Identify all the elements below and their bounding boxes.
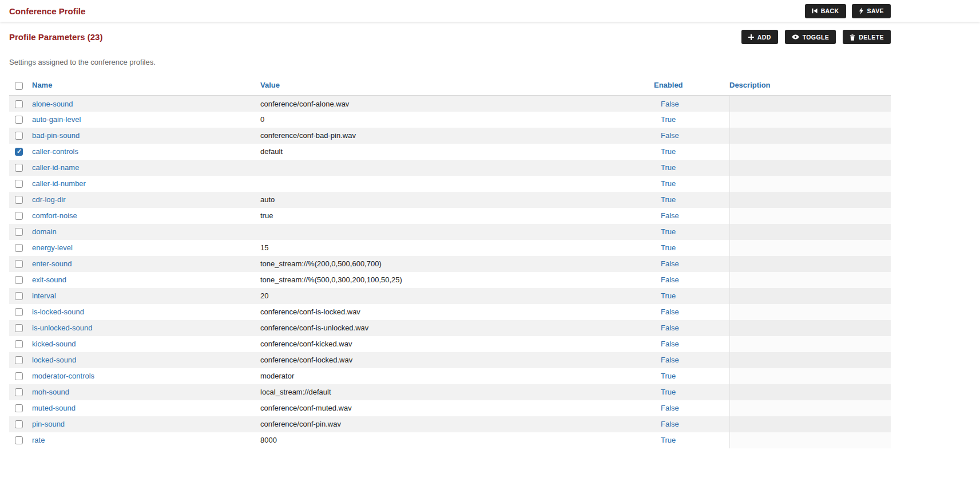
row-checkbox[interactable] (15, 212, 23, 220)
param-name-link[interactable]: energy-level (32, 243, 73, 252)
param-value: tone_stream://%(200,0,500,600,700) (260, 256, 654, 272)
param-name-link[interactable]: bad-pin-sound (32, 131, 80, 140)
param-name-link[interactable]: auto-gain-level (32, 115, 81, 124)
param-value: conference/conf-is-unlocked.wav (260, 320, 654, 336)
param-enabled-link[interactable]: False (661, 356, 679, 364)
row-checkbox[interactable] (15, 228, 23, 236)
param-description (729, 352, 891, 368)
column-header-description[interactable]: Description (729, 77, 891, 96)
add-button[interactable]: ADD (741, 30, 778, 44)
param-enabled-link[interactable]: True (661, 291, 676, 300)
param-value: moderator (260, 368, 654, 384)
row-checkbox[interactable] (15, 436, 23, 444)
param-name-link[interactable]: interval (32, 291, 56, 300)
param-name-link[interactable]: caller-controls (32, 147, 78, 156)
param-name-link[interactable]: kicked-sound (32, 340, 76, 348)
delete-button-label: DELETE (859, 34, 884, 41)
row-checkbox[interactable] (15, 164, 23, 172)
param-name-link[interactable]: muted-sound (32, 404, 76, 412)
row-checkbox[interactable] (15, 260, 23, 268)
row-checkbox[interactable] (15, 132, 23, 140)
column-header-name[interactable]: Name (32, 77, 260, 96)
param-enabled-link[interactable]: False (661, 275, 679, 284)
param-description (729, 384, 891, 400)
param-name-link[interactable]: caller-id-number (32, 179, 86, 188)
param-description (729, 224, 891, 240)
param-enabled-link[interactable]: True (661, 195, 676, 204)
row-checkbox[interactable] (15, 196, 23, 204)
back-button[interactable]: BACK (805, 4, 846, 18)
param-name-link[interactable]: rate (32, 436, 45, 444)
param-enabled-link[interactable]: True (661, 227, 676, 236)
row-checkbox[interactable] (15, 116, 23, 124)
param-description (729, 112, 891, 128)
row-checkbox[interactable] (15, 420, 23, 428)
table-row: caller-id-number True (9, 176, 891, 192)
param-enabled-link[interactable]: False (661, 211, 679, 220)
param-name-link[interactable]: comfort-noise (32, 211, 77, 220)
param-enabled-link[interactable]: False (661, 340, 679, 348)
row-checkbox[interactable] (15, 180, 23, 188)
param-enabled-link[interactable]: True (661, 115, 676, 124)
param-value: 15 (260, 240, 654, 256)
param-name-link[interactable]: locked-sound (32, 356, 76, 364)
param-enabled-link[interactable]: True (661, 372, 676, 380)
table-row: interval 20 True (9, 288, 891, 304)
row-checkbox[interactable] (15, 388, 23, 396)
table-row: moh-sound local_stream://default True (9, 384, 891, 400)
column-header-enabled[interactable]: Enabled (654, 77, 729, 96)
row-checkbox[interactable] (15, 356, 23, 364)
table-row: enter-sound tone_stream://%(200,0,500,60… (9, 256, 891, 272)
param-name-link[interactable]: cdr-log-dir (32, 195, 66, 204)
trash-icon (850, 34, 855, 41)
param-description (729, 96, 891, 112)
param-description (729, 192, 891, 208)
table-row: muted-sound conference/conf-muted.wav Fa… (9, 400, 891, 416)
param-name-link[interactable]: enter-sound (32, 259, 72, 268)
param-name-link[interactable]: is-unlocked-sound (32, 324, 93, 332)
param-enabled-link[interactable]: False (661, 259, 679, 268)
param-value: conference/conf-pin.wav (260, 416, 654, 432)
param-name-link[interactable]: alone-sound (32, 100, 73, 108)
param-enabled-link[interactable]: True (661, 147, 676, 156)
param-name-link[interactable]: pin-sound (32, 420, 65, 428)
save-button[interactable]: SAVE (852, 4, 891, 18)
param-enabled-link[interactable]: True (661, 163, 676, 172)
param-enabled-link[interactable]: False (661, 131, 679, 140)
param-enabled-link[interactable]: True (661, 243, 676, 252)
param-name-link[interactable]: domain (32, 227, 57, 236)
param-enabled-link[interactable]: False (661, 324, 679, 332)
toggle-button[interactable]: TOGGLE (785, 30, 836, 44)
column-header-value[interactable]: Value (260, 77, 654, 96)
row-checkbox[interactable] (15, 244, 23, 252)
param-name-link[interactable]: moh-sound (32, 388, 69, 396)
param-description (729, 240, 891, 256)
row-checkbox[interactable] (15, 100, 23, 108)
row-checkbox[interactable] (15, 276, 23, 284)
param-enabled-link[interactable]: True (661, 179, 676, 188)
param-name-link[interactable]: exit-sound (32, 275, 66, 284)
param-enabled-link[interactable]: False (661, 404, 679, 412)
row-checkbox[interactable] (15, 148, 23, 156)
row-checkbox[interactable] (15, 340, 23, 348)
param-name-link[interactable]: moderator-controls (32, 372, 94, 380)
row-checkbox[interactable] (15, 308, 23, 316)
add-button-label: ADD (757, 34, 771, 41)
param-enabled-link[interactable]: False (661, 420, 679, 428)
page-title: Conference Profile (9, 6, 85, 16)
row-checkbox[interactable] (15, 324, 23, 332)
param-enabled-link[interactable]: False (661, 100, 679, 108)
save-button-label: SAVE (867, 7, 884, 14)
param-enabled-link[interactable]: True (661, 436, 676, 444)
row-checkbox[interactable] (15, 404, 23, 412)
param-name-link[interactable]: caller-id-name (32, 163, 79, 172)
param-description (729, 288, 891, 304)
param-enabled-link[interactable]: True (661, 388, 676, 396)
param-enabled-link[interactable]: False (661, 307, 679, 316)
row-checkbox[interactable] (15, 292, 23, 300)
delete-button[interactable]: DELETE (843, 30, 891, 44)
row-checkbox[interactable] (15, 372, 23, 380)
param-description (729, 416, 891, 432)
param-name-link[interactable]: is-locked-sound (32, 307, 84, 316)
select-all-checkbox[interactable] (15, 82, 23, 90)
